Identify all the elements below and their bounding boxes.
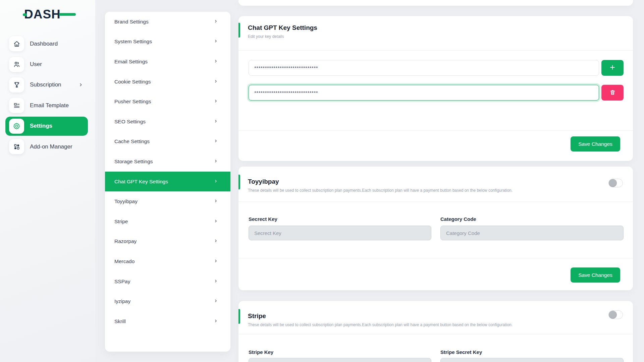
toyyibpay-card: Toyyibpay These details will be used to … bbox=[238, 167, 633, 290]
previous-card-bottom bbox=[238, 0, 633, 6]
main-sidebar: DASH Dashboard User Subscri bbox=[0, 0, 95, 362]
sidebar-item-addon-manager[interactable]: Add-on Manager bbox=[0, 136, 95, 157]
email-template-icon bbox=[9, 98, 24, 113]
chevron-right-icon bbox=[214, 179, 218, 185]
divider bbox=[238, 334, 633, 334]
menu-item-label: System Settings bbox=[114, 39, 152, 45]
settings-menu-item-pusher-settings[interactable]: Pusher Settings bbox=[105, 92, 230, 112]
settings-menu-item-system-settings[interactable]: System Settings bbox=[105, 32, 230, 52]
settings-menu-item-mercado[interactable]: Mercado bbox=[105, 251, 230, 272]
stripe-card: Stripe These details will be used to col… bbox=[238, 301, 633, 362]
menu-item-label: Mercado bbox=[114, 258, 135, 264]
toggle-knob bbox=[609, 179, 617, 187]
sidebar-item-label: Add-on Manager bbox=[30, 143, 72, 150]
card-accent-bar bbox=[238, 309, 240, 324]
settings-menu-item-brand-settings[interactable]: Brand Settings bbox=[105, 12, 230, 32]
settings-menu-item-cookie-settings[interactable]: Cookie Settings bbox=[105, 72, 230, 92]
menu-item-label: SSPay bbox=[114, 279, 130, 285]
dash-logo-bar bbox=[59, 13, 76, 16]
chevron-right-icon bbox=[214, 19, 218, 25]
settings-menu-item-seo-settings[interactable]: SEO Settings bbox=[105, 112, 230, 132]
field-label: Stripe Key bbox=[249, 349, 431, 355]
chevron-right-icon bbox=[214, 39, 218, 45]
divider bbox=[238, 258, 633, 258]
menu-item-label: Cache Settings bbox=[114, 138, 150, 144]
settings-menu-panel: Brand Settings System Settings Email Set… bbox=[105, 12, 230, 352]
divider bbox=[238, 201, 633, 202]
delete-key-button[interactable] bbox=[601, 85, 624, 101]
card-title: Toyyibpay bbox=[248, 178, 279, 185]
chevron-right-icon bbox=[214, 79, 218, 85]
chatgpt-key-settings-card: Chat GPT Key Settings Edit your key deta… bbox=[238, 16, 633, 161]
secrect-key-input[interactable] bbox=[249, 226, 431, 240]
trash-icon bbox=[609, 89, 616, 97]
sidebar-item-label: User bbox=[30, 61, 42, 68]
card-title: Chat GPT Key Settings bbox=[248, 24, 317, 32]
sidebar-item-settings[interactable]: Settings bbox=[5, 117, 88, 136]
settings-menu-item-chat-gpt-key-settings[interactable]: Chat GPT Key Settings bbox=[105, 172, 230, 192]
card-accent-bar bbox=[238, 175, 240, 189]
main-nav: Dashboard User Subscription bbox=[0, 34, 95, 157]
dash-logo-dot bbox=[23, 13, 27, 16]
card-title: Stripe bbox=[248, 312, 266, 320]
sidebar-item-subscription[interactable]: Subscription bbox=[0, 75, 95, 95]
card-subtitle: Edit your key details bbox=[248, 34, 284, 39]
menu-item-label: SEO Settings bbox=[114, 119, 146, 125]
toyyibpay-toggle[interactable] bbox=[608, 179, 623, 187]
chevron-right-icon bbox=[214, 258, 218, 264]
card-accent-bar bbox=[238, 23, 240, 38]
chevron-right-icon bbox=[78, 82, 83, 87]
chevron-right-icon bbox=[214, 279, 218, 285]
sidebar-item-dashboard[interactable]: Dashboard bbox=[0, 34, 95, 54]
menu-item-label: Stripe bbox=[114, 219, 128, 225]
home-icon bbox=[9, 36, 24, 51]
card-subtitle: These details will be used to collect su… bbox=[248, 322, 513, 327]
grid-icon bbox=[9, 139, 24, 154]
sidebar-item-label: Email Template bbox=[30, 102, 69, 109]
menu-item-label: Razorpay bbox=[114, 238, 137, 244]
toyyibpay-save-button[interactable]: Save Changes bbox=[571, 267, 620, 283]
stripe-key-input[interactable] bbox=[249, 358, 431, 362]
chatgpt-save-button[interactable]: Save Changes bbox=[571, 136, 620, 152]
chevron-right-icon bbox=[214, 298, 218, 304]
settings-menu-item-toyyibpay[interactable]: Toyyibpay bbox=[105, 191, 230, 212]
card-subtitle: These details will be used to collect su… bbox=[248, 188, 513, 193]
add-key-button[interactable] bbox=[601, 60, 624, 76]
trophy-icon bbox=[9, 77, 24, 93]
stripe-toggle[interactable] bbox=[608, 310, 623, 319]
chatgpt-key-input-1[interactable] bbox=[249, 60, 599, 76]
chevron-right-icon bbox=[214, 59, 218, 65]
settings-menu-item-razorpay[interactable]: Razorpay bbox=[105, 232, 230, 252]
menu-item-label: Iyzipay bbox=[114, 298, 130, 304]
dash-logo[interactable]: DASH bbox=[24, 7, 71, 22]
menu-item-label: Toyyibpay bbox=[114, 198, 138, 204]
settings-menu-item-sspay[interactable]: SSPay bbox=[105, 272, 230, 292]
menu-item-label: Storage Settings bbox=[114, 159, 153, 165]
chevron-right-icon bbox=[214, 119, 218, 125]
chevron-right-icon bbox=[214, 198, 218, 204]
settings-menu-item-storage-settings[interactable]: Storage Settings bbox=[105, 152, 230, 172]
sidebar-item-email-template[interactable]: Email Template bbox=[0, 95, 95, 116]
settings-menu-item-email-settings[interactable]: Email Settings bbox=[105, 52, 230, 72]
users-icon bbox=[9, 57, 24, 72]
chevron-right-icon bbox=[214, 238, 218, 244]
plus-icon bbox=[609, 64, 616, 72]
settings-menu-item-iyzipay[interactable]: Iyzipay bbox=[105, 291, 230, 311]
chatgpt-key-input-2[interactable] bbox=[249, 85, 599, 101]
chevron-right-icon bbox=[214, 138, 218, 144]
sidebar-item-label: Subscription bbox=[30, 81, 61, 88]
divider bbox=[238, 50, 633, 51]
sidebar-item-label: Settings bbox=[30, 123, 52, 129]
sidebar-item-label: Dashboard bbox=[30, 41, 58, 47]
chevron-right-icon bbox=[214, 318, 218, 324]
gear-icon bbox=[9, 119, 24, 134]
settings-menu-item-cache-settings[interactable]: Cache Settings bbox=[105, 132, 230, 152]
category-code-input[interactable] bbox=[440, 226, 624, 240]
settings-menu-item-stripe[interactable]: Stripe bbox=[105, 212, 230, 232]
menu-item-label: Brand Settings bbox=[114, 19, 149, 25]
stripe-secret-key-input[interactable] bbox=[440, 358, 624, 362]
settings-menu-item-skrill[interactable]: Skrill bbox=[105, 311, 230, 331]
sidebar-item-user[interactable]: User bbox=[0, 54, 95, 74]
field-label: Secrect Key bbox=[249, 216, 431, 222]
menu-item-label: Cookie Settings bbox=[114, 79, 151, 85]
